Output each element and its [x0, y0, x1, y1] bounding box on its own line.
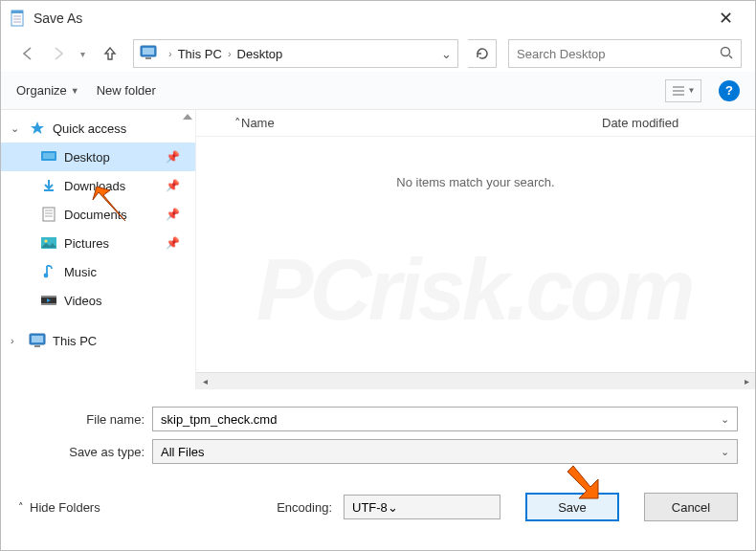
videos-icon: [39, 292, 58, 309]
close-button[interactable]: ✕: [703, 1, 747, 35]
pc-icon: [140, 45, 157, 62]
chevron-right-icon[interactable]: ›: [11, 335, 22, 346]
main-area: ⌄ Quick access Desktop 📌: [1, 110, 755, 389]
svg-rect-25: [41, 303, 56, 305]
filename-input[interactable]: [161, 412, 721, 427]
svg-rect-27: [32, 336, 43, 342]
new-folder-button[interactable]: New folder: [97, 83, 156, 98]
downloads-icon: [39, 177, 58, 194]
navbar: ▾ › This PC › Desktop ⌄: [1, 35, 755, 72]
search-input[interactable]: [517, 47, 720, 61]
tree-item-music[interactable]: Music: [1, 257, 195, 286]
sort-indicator-icon: ˄: [234, 116, 241, 130]
scroll-right-icon[interactable]: ▸: [738, 373, 755, 390]
music-icon: [39, 263, 58, 280]
pin-icon: 📌: [166, 150, 180, 164]
pin-icon: 📌: [166, 179, 180, 192]
chevron-down-icon: ⌄: [388, 500, 398, 515]
svg-rect-1: [11, 11, 23, 13]
svg-point-8: [722, 47, 730, 55]
pin-icon: 📌: [166, 208, 180, 221]
search-box[interactable]: [508, 39, 742, 68]
refresh-button[interactable]: [468, 39, 497, 68]
savetype-label: Save as type:: [18, 445, 152, 459]
tree-item-videos[interactable]: Videos: [1, 286, 195, 315]
tree-quick-access[interactable]: ⌄ Quick access: [1, 114, 195, 143]
svg-rect-7: [145, 57, 151, 59]
chevron-right-icon: ›: [228, 48, 232, 59]
svg-point-21: [44, 239, 47, 242]
encoding-label: Encoding:: [277, 500, 332, 515]
tree-item-documents[interactable]: Documents 📌: [1, 200, 195, 229]
tree-this-pc[interactable]: › This PC: [1, 326, 195, 355]
pictures-icon: [39, 234, 58, 252]
column-date[interactable]: Date modified: [602, 116, 755, 130]
pc-icon: [28, 332, 47, 349]
titlebar: Save As ✕: [1, 1, 755, 35]
view-options-button[interactable]: ▼: [665, 79, 701, 102]
notepad-icon: [9, 10, 26, 27]
svg-rect-24: [41, 296, 56, 298]
chevron-down-icon[interactable]: ⌄: [11, 122, 22, 135]
filename-label: File name:: [18, 412, 152, 427]
chevron-up-icon: ˄: [18, 501, 24, 514]
horizontal-scrollbar[interactable]: ◂ ▸: [196, 372, 755, 389]
address-bar[interactable]: › This PC › Desktop ⌄: [133, 39, 458, 68]
column-headers: ˄ Name Date modified: [196, 110, 755, 137]
desktop-icon: [39, 148, 58, 165]
scroll-left-icon[interactable]: ◂: [196, 373, 213, 390]
svg-rect-6: [143, 48, 154, 55]
filename-input-wrapper[interactable]: ⌄: [152, 407, 738, 431]
svg-rect-28: [34, 345, 40, 347]
chevron-down-icon: ▼: [71, 86, 79, 96]
address-dropdown-icon[interactable]: ⌄: [441, 47, 452, 61]
chevron-down-icon: ⌄: [721, 446, 729, 458]
tree-item-pictures[interactable]: Pictures 📌: [1, 229, 195, 257]
chevron-right-icon: ›: [168, 48, 172, 59]
savetype-select[interactable]: All Files ⌄: [152, 439, 738, 464]
encoding-select[interactable]: UTF-8 ⌄: [344, 495, 500, 519]
crumb-thispc[interactable]: This PC: [178, 47, 222, 61]
organize-menu[interactable]: Organize ▼: [16, 83, 79, 98]
up-button[interactable]: [97, 40, 123, 67]
pin-icon: 📌: [166, 236, 180, 250]
bottom-bar: ˄ Hide Folders Encoding: UTF-8 ⌄ Save Ca…: [1, 474, 755, 537]
forward-button: [45, 40, 72, 67]
save-button[interactable]: Save: [525, 493, 619, 521]
column-name[interactable]: Name: [241, 116, 602, 130]
save-as-dialog: Save As ✕ ▾ › This PC › Desktop ⌄: [0, 0, 756, 551]
svg-point-22: [44, 274, 49, 278]
file-fields: File name: ⌄ Save as type: All Files ⌄: [1, 389, 755, 474]
hide-folders-button[interactable]: ˄ Hide Folders: [18, 500, 100, 515]
chevron-down-icon[interactable]: ⌄: [721, 413, 729, 426]
svg-rect-16: [43, 208, 55, 221]
toolbar: Organize ▼ New folder ▼ ?: [1, 72, 755, 110]
empty-message: No items match your search.: [196, 137, 755, 372]
documents-icon: [39, 206, 58, 223]
tree-item-desktop[interactable]: Desktop 📌: [1, 143, 195, 171]
star-icon: [28, 120, 47, 137]
svg-line-9: [729, 55, 732, 58]
scroll-up-icon[interactable]: [183, 112, 192, 121]
recent-dropdown[interactable]: ▾: [76, 40, 89, 67]
crumb-desktop[interactable]: Desktop: [237, 47, 283, 61]
help-button[interactable]: ?: [719, 80, 740, 101]
window-title: Save As: [33, 11, 703, 26]
search-icon[interactable]: [720, 46, 733, 62]
tree-item-downloads[interactable]: Downloads 📌: [1, 171, 195, 200]
back-button[interactable]: [14, 40, 41, 67]
chevron-down-icon: ▼: [688, 86, 696, 95]
navigation-tree: ⌄ Quick access Desktop 📌: [1, 110, 196, 389]
svg-rect-14: [43, 153, 55, 159]
cancel-button[interactable]: Cancel: [644, 493, 738, 521]
file-list-pane: ˄ Name Date modified No items match your…: [196, 110, 755, 389]
